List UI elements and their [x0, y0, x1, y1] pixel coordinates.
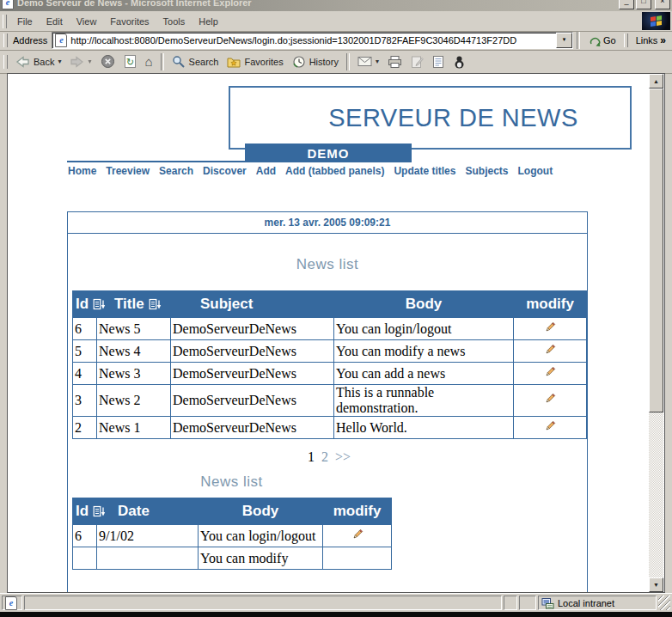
news-panel: mer. 13 avr. 2005 09:09:21 News list Id	[67, 211, 588, 592]
menu-view[interactable]: View	[70, 14, 104, 29]
col-subject[interactable]: Subject	[200, 296, 253, 312]
address-dropdown-button[interactable]: ▾	[556, 33, 572, 48]
cell-id: 6	[73, 525, 97, 547]
search-button[interactable]: Search	[168, 51, 223, 73]
nav-logout[interactable]: Logout	[517, 165, 553, 177]
messenger-button[interactable]	[449, 51, 470, 73]
col-id[interactable]: Id	[76, 503, 89, 520]
edit-icon	[411, 55, 424, 69]
back-button[interactable]: Back ▾	[11, 51, 65, 73]
menu-help[interactable]: Help	[192, 14, 225, 29]
address-input[interactable]: e http://localhost:8080/DemoServeurDeNew…	[52, 32, 573, 49]
address-grip[interactable]	[3, 34, 8, 47]
page-2-link[interactable]: 2	[321, 449, 328, 465]
cell-body: This is a runnable demonstration.	[334, 385, 514, 417]
news-table-2-header-row: Id Date Body modify	[73, 498, 392, 525]
title-bar[interactable]: e Demo Serveur de News - Microsoft Inter…	[0, 0, 672, 11]
history-icon	[292, 55, 306, 69]
cell-title: News 2	[97, 385, 171, 417]
nav-home[interactable]: Home	[68, 165, 96, 177]
stop-icon	[101, 54, 115, 69]
col-date[interactable]: Date	[118, 503, 150, 519]
history-button[interactable]: History	[288, 51, 343, 73]
col-id[interactable]: Id	[76, 296, 89, 313]
next-page-link[interactable]: >>	[335, 449, 351, 465]
maximize-button[interactable]: □	[636, 0, 651, 9]
pagination: 1 2 >>	[72, 449, 586, 465]
refresh-button[interactable]: ↻	[119, 51, 141, 73]
forward-dropdown-icon: ▾	[88, 58, 91, 65]
cell-id: 5	[73, 340, 97, 363]
links-grip[interactable]	[624, 34, 628, 47]
sort-icon[interactable]	[93, 298, 106, 311]
menu-tools[interactable]: Tools	[156, 14, 192, 29]
cell-body: You can modify	[199, 547, 323, 570]
nav-subjects[interactable]: Subjects	[465, 165, 508, 177]
refresh-icon: ↻	[124, 54, 137, 69]
menu-bar: File Edit View Favorites Tools Help	[0, 11, 672, 32]
modify-pencil-icon[interactable]	[544, 344, 556, 356]
home-button[interactable]: ⌂	[141, 51, 157, 73]
back-dropdown-icon[interactable]: ▾	[58, 58, 61, 65]
demo-banner: DEMO	[245, 144, 412, 162]
toolbar-grip[interactable]	[3, 55, 8, 69]
nav-treeview[interactable]: Treeview	[106, 165, 150, 177]
news-table-2: Id Date Body modify	[72, 498, 392, 570]
mail-icon	[357, 56, 372, 67]
resize-grip[interactable]	[658, 596, 670, 610]
col-body: Body	[334, 291, 514, 318]
print-button[interactable]	[383, 51, 406, 73]
news-table-1-header-row: Id Title	[73, 291, 587, 318]
forward-button[interactable]: ▾	[65, 51, 95, 73]
security-zone-pane: Local intranet	[538, 596, 657, 610]
vertical-scrollbar[interactable]: ▲ ▼	[649, 74, 663, 592]
modify-pencil-icon[interactable]	[351, 528, 363, 541]
modify-pencil-icon[interactable]	[544, 321, 556, 333]
favorites-button[interactable]: Favorites	[223, 51, 287, 73]
go-button[interactable]: Go	[583, 32, 622, 49]
cell-body: You can add a news	[334, 363, 514, 385]
scroll-up-button[interactable]: ▲	[649, 74, 663, 89]
col-modify: modify	[514, 291, 587, 318]
table-row: 2 News 1 DemoServeurDeNews Hello World.	[73, 417, 587, 439]
cell-title: News 1	[97, 417, 171, 439]
news-list-heading-1: News list	[68, 256, 587, 273]
standard-buttons-toolbar: Back ▾ ▾ ↻ ⌂	[0, 50, 672, 74]
scrollbar-thumb[interactable]	[649, 89, 663, 412]
close-button[interactable]: ×	[655, 0, 670, 9]
cell-title: News 4	[97, 340, 171, 363]
menu-grip[interactable]	[3, 15, 7, 28]
modify-pencil-icon[interactable]	[544, 366, 556, 378]
stop-button[interactable]	[96, 51, 119, 73]
table-row: 5 News 4 DemoServeurDeNews You can modif…	[73, 340, 587, 363]
go-arrow-icon	[590, 35, 601, 46]
menu-favorites[interactable]: Favorites	[103, 14, 156, 29]
nav-search[interactable]: Search	[159, 165, 193, 177]
sort-icon[interactable]	[93, 505, 106, 518]
nav-discover[interactable]: Discover	[203, 165, 247, 177]
menu-edit[interactable]: Edit	[40, 14, 70, 29]
nav-add[interactable]: Add	[256, 165, 276, 177]
modify-pencil-icon[interactable]	[544, 393, 556, 405]
nav-update-titles[interactable]: Update titles	[394, 165, 455, 177]
col-title[interactable]: Title	[114, 296, 144, 313]
scroll-down-button[interactable]: ▼	[649, 577, 663, 592]
menu-file[interactable]: File	[10, 14, 40, 29]
table-row: You can modify	[73, 547, 392, 570]
page-content: SERVEUR DE NEWS DEMO Home Treeview Searc…	[8, 74, 649, 592]
links-chevron-icon[interactable]: »	[660, 34, 666, 46]
discuss-page-button[interactable]	[428, 51, 449, 73]
mail-dropdown-icon[interactable]: ▾	[376, 58, 379, 65]
mail-button[interactable]: ▾	[353, 51, 383, 73]
local-intranet-icon	[541, 597, 554, 609]
modify-pencil-icon[interactable]	[544, 420, 556, 432]
edit-button[interactable]	[406, 51, 428, 73]
scrollbar-track[interactable]	[649, 412, 663, 577]
page-viewport: SERVEUR DE NEWS DEMO Home Treeview Searc…	[7, 73, 665, 593]
minimize-button[interactable]: _	[619, 0, 634, 9]
nav-add-tabbed[interactable]: Add (tabbed panels)	[285, 165, 384, 177]
links-bar[interactable]: Links »	[632, 32, 670, 49]
col-modify: modify	[323, 498, 392, 525]
sort-icon[interactable]	[149, 298, 162, 311]
table-row: 4 News 3 DemoServeurDeNews You can add a…	[73, 363, 587, 385]
